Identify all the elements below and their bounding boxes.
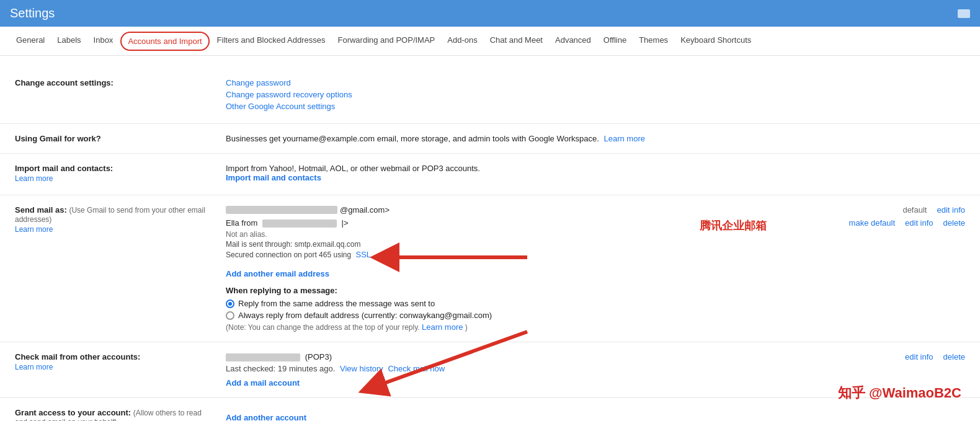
check-mail-edit-info[interactable]: edit info bbox=[905, 352, 933, 361]
ella-blurred bbox=[262, 219, 337, 228]
smtp-info: Mail is sent through: smtp.exmail.qq.com bbox=[226, 240, 791, 249]
change-account-label: Change account settings: bbox=[15, 78, 114, 87]
radio-checked[interactable] bbox=[226, 299, 234, 308]
port-text: Secured connection on port 465 using bbox=[226, 250, 351, 259]
entry1-actions: default edit info bbox=[791, 205, 965, 215]
send-mail-learn-more[interactable]: Learn more bbox=[15, 225, 213, 234]
gmail-work-content: Businesses get yourname@example.com emai… bbox=[226, 134, 965, 143]
check-mail-email: (POP3) bbox=[226, 352, 893, 361]
import-mail-label-col: Import mail and contacts: Learn more bbox=[15, 164, 226, 183]
tab-forwarding[interactable]: Forwarding and POP/IMAP bbox=[331, 27, 441, 55]
reply-option-2[interactable]: Always reply from default address (curre… bbox=[226, 311, 965, 320]
tab-inbox[interactable]: Inbox bbox=[87, 27, 120, 55]
reply-note: (Note: You can change the address at the… bbox=[226, 322, 965, 332]
check-mail-label-col: Check mail from other accounts: Learn mo… bbox=[15, 352, 226, 371]
port-info: Secured connection on port 465 using SSL bbox=[226, 250, 791, 259]
check-mail-status: Last checked: 19 minutes ago. View histo… bbox=[226, 364, 893, 373]
not-alias: Not an alias. bbox=[226, 230, 791, 239]
check-mail-label: Check mail from other accounts: bbox=[15, 352, 140, 361]
main-content: Change account settings: Change password… bbox=[0, 56, 980, 421]
add-email-link[interactable]: Add another email address bbox=[226, 269, 329, 278]
import-mail-action[interactable]: Import mail and contacts bbox=[226, 173, 965, 182]
change-password-link[interactable]: Change password bbox=[226, 78, 965, 87]
change-account-content: Change password Change password recovery… bbox=[226, 78, 965, 113]
reply-option-1[interactable]: Reply from the same address the message … bbox=[226, 299, 965, 308]
send-mail-label-col: Send mail as: (Use Gmail to send from yo… bbox=[15, 205, 226, 234]
smtp-host: smtp.exmail.qq.com bbox=[295, 240, 361, 249]
entry2-edit-info[interactable]: edit info bbox=[905, 218, 933, 228]
tab-labels[interactable]: Labels bbox=[51, 27, 87, 55]
gmail-work-row: Using Gmail for work? Businesses get you… bbox=[0, 124, 980, 154]
import-mail-content: Import from Yahoo!, Hotmail, AOL, or oth… bbox=[226, 164, 965, 185]
app-title: Settings bbox=[10, 6, 55, 20]
entry2-make-default[interactable]: make default bbox=[849, 218, 895, 228]
ella-suffix: |> bbox=[342, 218, 349, 228]
check-mail-suffix: (POP3) bbox=[305, 352, 332, 361]
grant-access-label-col: Grant access to your account: (Allow oth… bbox=[15, 408, 226, 421]
check-mail-blurred bbox=[226, 353, 300, 361]
tab-general[interactable]: General bbox=[10, 27, 51, 55]
send-mail-entry-2: Ella from |> Not an alias. Mail is sent … bbox=[226, 218, 965, 260]
ella-row: Ella from |> bbox=[226, 218, 791, 228]
entry1-email: @gmail.com> bbox=[226, 205, 390, 215]
reply-option-2-label: Always reply from default address (curre… bbox=[238, 311, 492, 320]
grant-access-content: Add another account Mark as read bbox=[226, 408, 965, 421]
gmail-work-label-col: Using Gmail for work? bbox=[15, 134, 226, 143]
radio-unchecked[interactable] bbox=[226, 311, 234, 320]
send-mail-entry-2-wrapper: Ella from |> Not an alias. Mail is sent … bbox=[226, 218, 965, 260]
check-mail-entry: (POP3) Last checked: 19 minutes ago. Vie… bbox=[226, 352, 965, 373]
view-history-link[interactable]: View history bbox=[340, 364, 383, 373]
other-google-link[interactable]: Other Google Account settings bbox=[226, 102, 965, 111]
reply-option-1-label: Reply from the same address the message … bbox=[238, 299, 435, 308]
nav-tabs: General Labels Inbox Accounts and Import… bbox=[0, 27, 980, 56]
tab-themes[interactable]: Themes bbox=[633, 27, 674, 55]
change-recovery-link[interactable]: Change password recovery options bbox=[226, 90, 965, 99]
ella-prefix: Ella from bbox=[226, 218, 257, 228]
tab-offline[interactable]: Offline bbox=[597, 27, 633, 55]
when-replying-label: When replying to a message: bbox=[226, 286, 965, 295]
check-mail-row: Check mail from other accounts: Learn mo… bbox=[0, 342, 980, 398]
send-mail-label: Send mail as: bbox=[15, 205, 67, 215]
tab-accounts[interactable]: Accounts and Import bbox=[120, 32, 209, 51]
add-another-account-link[interactable]: Add another account bbox=[226, 413, 306, 421]
entry1-suffix: @gmail.com> bbox=[340, 205, 390, 215]
last-checked-text: Last checked: 19 minutes ago. bbox=[226, 364, 335, 373]
entry2-details: Ella from |> Not an alias. Mail is sent … bbox=[226, 218, 791, 260]
grant-access-row: Grant access to your account: (Allow oth… bbox=[0, 398, 980, 421]
note-end: ) bbox=[465, 323, 468, 332]
entry1-default-label: default bbox=[902, 205, 927, 215]
entry1-edit-info[interactable]: edit info bbox=[937, 205, 965, 215]
send-mail-row: Send mail as: (Use Gmail to send from yo… bbox=[0, 195, 980, 342]
tab-keyboard[interactable]: Keyboard Shortcuts bbox=[674, 27, 757, 55]
check-now-link[interactable]: Check mail now bbox=[388, 364, 445, 373]
change-account-row: Change account settings: Change password… bbox=[0, 68, 980, 124]
import-mail-desc: Import from Yahoo!, Hotmail, AOL, or oth… bbox=[226, 164, 480, 173]
tab-chat[interactable]: Chat and Meet bbox=[484, 27, 549, 55]
gmail-work-learn-more[interactable]: Learn more bbox=[604, 134, 644, 143]
tab-addons[interactable]: Add-ons bbox=[441, 27, 483, 55]
tab-filters[interactable]: Filters and Blocked Addresses bbox=[211, 27, 332, 55]
tab-advanced[interactable]: Advanced bbox=[549, 27, 597, 55]
entry2-actions: make default edit info delete bbox=[791, 218, 965, 228]
import-mail-learn-more[interactable]: Learn more bbox=[15, 174, 213, 183]
add-mail-account-link[interactable]: Add a mail account bbox=[226, 378, 300, 388]
grid-icon[interactable] bbox=[958, 9, 970, 18]
entry1-blurred bbox=[226, 206, 337, 214]
send-mail-content: @gmail.com> default edit info Ella from … bbox=[226, 205, 965, 332]
import-mail-row: Import mail and contacts: Learn more Imp… bbox=[0, 154, 980, 195]
grant-access-label: Grant access to your account: bbox=[15, 408, 131, 417]
send-mail-entry-1: @gmail.com> default edit info bbox=[226, 205, 965, 215]
check-mail-delete[interactable]: delete bbox=[943, 352, 965, 361]
change-account-label-col: Change account settings: bbox=[15, 78, 226, 87]
check-mail-content: (POP3) Last checked: 19 minutes ago. Vie… bbox=[226, 352, 965, 388]
ssl-link[interactable]: SSL bbox=[356, 250, 372, 259]
header-icons bbox=[958, 9, 970, 18]
reply-note-link[interactable]: Learn more bbox=[422, 322, 463, 332]
import-mail-label: Import mail and contacts: bbox=[15, 164, 113, 173]
check-mail-learn-more[interactable]: Learn more bbox=[15, 363, 213, 371]
note-text: (Note: You can change the address at the… bbox=[226, 323, 420, 332]
entry2-delete[interactable]: delete bbox=[943, 218, 965, 228]
check-mail-info: (POP3) Last checked: 19 minutes ago. Vie… bbox=[226, 352, 893, 373]
header: Settings bbox=[0, 0, 980, 27]
gmail-work-label: Using Gmail for work? bbox=[15, 134, 101, 143]
